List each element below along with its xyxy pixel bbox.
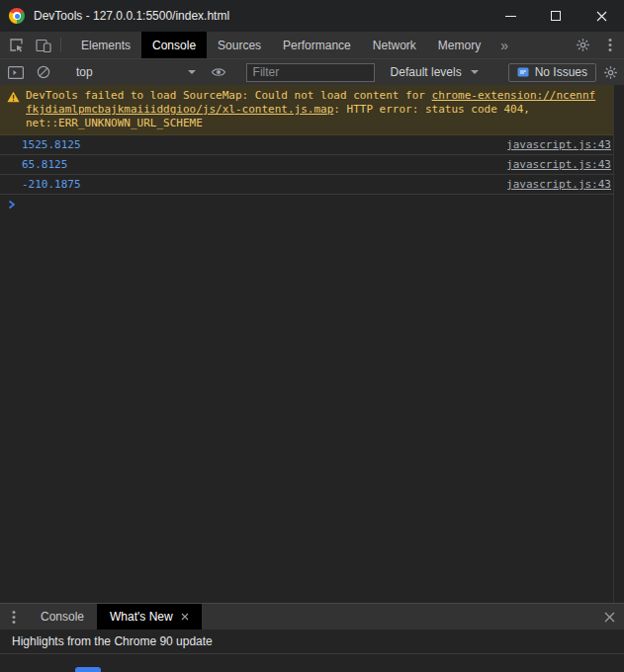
inspect-element-icon[interactable] [2,32,30,58]
context-selector-value: top [76,65,93,79]
kebab-menu-icon [608,38,612,52]
console-content: DevTools failed to load SourceMap: Could… [0,85,613,603]
titlebar: DevTools - 127.0.0.1:5500/index.html [0,0,624,32]
spacer [517,32,569,58]
gear-icon [576,38,590,52]
devtools-window: DevTools - 127.0.0.1:5500/index.html Ele… [0,0,624,672]
close-whats-new-tab-button[interactable] [181,613,189,621]
console-log-row: 65.8125 javascript.js:43 [0,155,613,175]
minimize-button[interactable] [488,0,533,32]
chevron-down-icon [188,70,196,74]
drawer-tab-console[interactable]: Console [28,604,97,630]
close-icon [604,612,615,623]
log-value: 65.8125 [22,158,67,171]
drawer-menu-icon[interactable] [0,604,28,630]
whats-new-content [0,654,624,672]
block-icon [37,65,50,79]
close-icon [181,613,189,621]
close-button[interactable] [579,0,624,32]
drawer-tab-whats-new-label: What's New [110,610,173,624]
drawer-tab-console-label: Console [41,610,84,624]
tab-network[interactable]: Network [362,32,427,58]
console-settings-gear-icon[interactable] [596,65,624,80]
chevron-down-icon [471,70,479,74]
spacer [202,604,594,630]
console-prompt[interactable] [0,195,613,214]
close-icon [596,11,607,22]
panel-tabs: Elements Console Sources Performance Net… [70,32,491,58]
console-log-row: -210.1875 javascript.js:43 [0,175,613,195]
console-log-row: 1525.8125 javascript.js:43 [0,135,613,155]
gear-icon [603,65,618,80]
devtools-menu-icon[interactable] [596,32,624,58]
maximize-icon [551,11,561,21]
tab-sources[interactable]: Sources [207,32,272,58]
console-toolbar: top Default levels No Issues [0,58,624,85]
console-warning-message: DevTools failed to load SourceMap: Could… [0,85,613,135]
warning-text-prefix: DevTools failed to load SourceMap: Could… [26,89,432,102]
maximize-button[interactable] [533,0,579,32]
console-scrollbar[interactable] [613,85,624,603]
log-source-link[interactable]: javascript.js:43 [506,138,611,151]
context-selector[interactable]: top [66,59,205,85]
log-source-link[interactable]: javascript.js:43 [506,178,611,191]
chrome-logo-icon [9,8,25,24]
live-expression-eye-icon[interactable] [205,64,232,80]
minimize-icon [505,16,516,17]
warning-text: DevTools failed to load SourceMap: Could… [26,89,597,130]
drawer-tab-whats-new[interactable]: What's New [97,604,202,630]
log-source-link[interactable]: javascript.js:43 [506,158,611,171]
tab-memory[interactable]: Memory [427,32,491,58]
issues-icon [517,66,529,78]
console-sidebar-toggle-icon[interactable] [2,66,30,79]
levels-dropdown-label: Default levels [391,65,462,79]
more-tabs-icon[interactable]: » [491,32,517,58]
tab-elements[interactable]: Elements [70,32,141,58]
close-drawer-button[interactable] [594,604,624,630]
issues-button[interactable]: No Issues [508,63,596,82]
window-controls [488,0,624,32]
console-messages-area: DevTools failed to load SourceMap: Could… [0,85,624,603]
eye-icon [211,64,226,80]
whats-new-heading: Highlights from the Chrome 90 update [0,630,624,654]
drawer-tabbar: Console What's New [0,604,624,630]
tab-console[interactable]: Console [141,32,207,58]
log-value: 1525.8125 [22,138,81,151]
divider [60,38,61,52]
warning-icon [7,91,20,103]
issues-button-label: No Issues [535,65,587,79]
drawer: Console What's New Highlights from the C… [0,603,624,672]
settings-gear-icon[interactable] [569,32,596,58]
devtools-tabbar: Elements Console Sources Performance Net… [0,32,624,58]
tab-performance[interactable]: Performance [272,32,362,58]
sidebar-icon [8,66,24,79]
inspect-cursor-icon [9,38,24,52]
console-empty-space[interactable] [0,214,613,603]
kebab-menu-icon [12,610,16,625]
window-title: DevTools - 127.0.0.1:5500/index.html [34,9,229,23]
clear-console-icon[interactable] [30,65,57,79]
whats-new-image-partial [75,667,101,672]
filter-input[interactable] [246,63,375,82]
levels-dropdown[interactable]: Default levels [391,65,479,79]
device-icon [36,39,51,52]
prompt-chevron-icon [8,200,16,210]
device-toolbar-icon[interactable] [30,32,57,58]
log-value: -210.1875 [22,178,81,191]
